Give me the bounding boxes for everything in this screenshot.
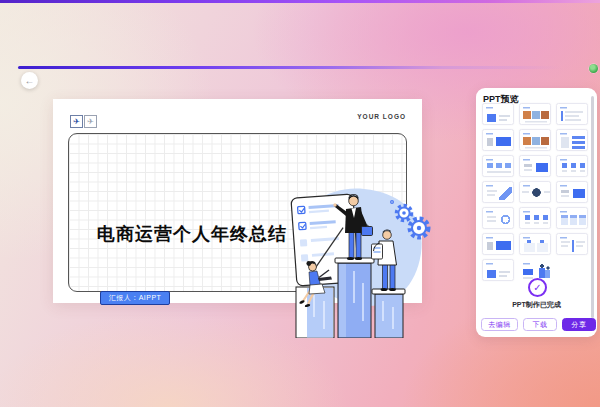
panel-scrollbar[interactable] xyxy=(591,96,594,318)
back-arrow-icon: ← xyxy=(25,76,35,86)
slide-thumbnail-1[interactable] xyxy=(482,103,514,125)
progress-bar xyxy=(18,66,584,69)
slide-thumbnail-14[interactable] xyxy=(519,207,551,229)
download-button[interactable]: 下载 xyxy=(523,318,557,331)
ppt-preview-panel: PPT预览 ✓ PPT制作已完成 去编辑 下载 分享 xyxy=(476,88,597,337)
slide-thumbnail-6[interactable] xyxy=(556,129,588,151)
plane-icon: ✈ xyxy=(70,115,83,128)
slide-thumbnail-16[interactable] xyxy=(482,233,514,255)
slide-thumbnail-11[interactable] xyxy=(519,181,551,203)
slide-thumbnail-10[interactable] xyxy=(482,181,514,203)
slide-thumbnail-19[interactable] xyxy=(482,259,514,281)
slide-thumbnail-4[interactable] xyxy=(482,129,514,151)
slide-title: 电商运营个人年终总结 xyxy=(97,222,287,246)
slide-thumbnail-13[interactable] xyxy=(482,207,514,229)
slide-thumbnail-8[interactable] xyxy=(519,155,551,177)
slide-thumbnail-2[interactable] xyxy=(519,103,551,125)
slide-thumbnail-7[interactable] xyxy=(482,155,514,177)
slide-thumbnail-18[interactable] xyxy=(556,233,588,255)
slide-thumbnail-17[interactable] xyxy=(519,233,551,255)
share-button[interactable]: 分享 xyxy=(562,318,596,331)
presenter-badge: 汇报人：AIPPT xyxy=(100,291,170,305)
check-glyph: ✓ xyxy=(533,282,541,293)
slide-thumbnail-12[interactable] xyxy=(556,181,588,203)
edit-button[interactable]: 去编辑 xyxy=(481,318,518,331)
slide-thumbnail-5[interactable] xyxy=(519,129,551,151)
slide-thumbnail-9[interactable] xyxy=(556,155,588,177)
completed-status-text: PPT制作已完成 xyxy=(476,300,597,310)
slide-thumbnail-3[interactable] xyxy=(556,103,588,125)
plane-icon: ✈ xyxy=(84,115,97,128)
action-buttons: 去编辑 下载 分享 xyxy=(481,318,596,331)
slide-illustration xyxy=(266,171,438,338)
completed-check-icon: ✓ xyxy=(528,278,547,297)
progress-complete-dot xyxy=(589,64,598,73)
slide-grid-panel: 电商运营个人年终总结 汇报人：AIPPT xyxy=(68,133,407,292)
slide-logo-text: YOUR LOGO xyxy=(357,113,406,120)
plane-icons: ✈ ✈ xyxy=(70,115,98,128)
thumbnail-grid xyxy=(482,103,589,285)
top-accent-bar xyxy=(0,0,600,3)
slide-preview: ✈ ✈ YOUR LOGO 电商运营个人年终总结 汇报人：AIPPT xyxy=(53,99,422,303)
back-button[interactable]: ← xyxy=(21,72,38,89)
app-window: ← ✈ ✈ YOUR LOGO 电商运营个人年终总结 汇报人：AIPPT xyxy=(0,0,600,407)
slide-thumbnail-15[interactable] xyxy=(556,207,588,229)
